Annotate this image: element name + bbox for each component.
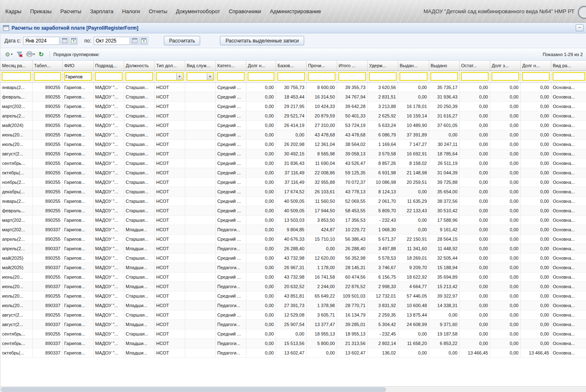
grid-row[interactable]: август(2...890255Гарипов...МАДОУ "...Ста… <box>0 149 586 158</box>
column-header-15[interactable]: Выдано <box>429 61 459 70</box>
menu-item-2[interactable]: Приказы <box>30 8 52 14</box>
grid-cell: август(2... <box>0 149 32 158</box>
column-header-16[interactable]: Остат... <box>459 61 490 70</box>
grid-row[interactable]: июнь(20...890337Гарипов...МАДОУ "...Млад… <box>0 282 586 291</box>
filter-input-col5[interactable] <box>126 73 152 80</box>
grid-row[interactable]: июль(20...890337Гарипов...МАДОУ "...Млад… <box>0 300 586 310</box>
column-header-3[interactable]: ФИО <box>62 61 93 70</box>
date-from-input[interactable] <box>23 37 59 45</box>
menu-item-8[interactable]: Справочники <box>229 8 261 14</box>
grid-row[interactable]: май(2025)890337Гарипов...МАДОУ "...Младш… <box>0 263 586 272</box>
filter-input-col12[interactable] <box>339 73 365 80</box>
grid-cell: январь(2... <box>0 82 32 92</box>
filter-input-col8[interactable] <box>218 73 244 80</box>
filter-input-col16[interactable] <box>462 73 488 80</box>
calendar-grid-button-to[interactable] <box>131 37 139 45</box>
column-header-12[interactable]: Итого ... <box>337 61 367 70</box>
grid-cell: 56 386,43 <box>337 234 367 244</box>
grid-row[interactable]: март(202...890337Гарипов...МАДОУ "...Мла… <box>0 225 586 234</box>
grid-row[interactable]: июнь(20...890255Гарипов...МАДОУ "...Стар… <box>0 272 586 282</box>
print-menu-button[interactable]: ▾ <box>25 50 36 59</box>
column-header-8[interactable]: Катего... <box>215 61 246 70</box>
filter-dropdown-button[interactable]: ▼ <box>176 73 183 80</box>
menu-item-4[interactable]: Зарплата <box>90 8 113 14</box>
grid-row[interactable]: март(202...890255Гарипов...МАДОУ "...Ста… <box>0 101 586 111</box>
grid-row[interactable]: сентябрь...890337Гарипов...МАДОУ "...Мла… <box>0 338 586 348</box>
column-header-18[interactable]: Долг н... <box>520 61 551 70</box>
filter-input-col14[interactable] <box>400 73 427 80</box>
refresh-button[interactable]: ↻ <box>38 50 45 59</box>
filter-input-col3[interactable] <box>65 73 91 80</box>
grid-row[interactable]: август(2...890255Гарипов...МАДОУ "...Ста… <box>0 310 586 319</box>
column-header-9[interactable]: Долг н... <box>246 61 276 70</box>
calculate-selected-button[interactable]: Рассчитать выделенные записи <box>220 36 304 45</box>
calendar-picker-button-from[interactable] <box>69 37 78 45</box>
column-header-17[interactable]: Долг з... <box>490 61 520 70</box>
column-header-11[interactable]: Прочи... <box>306 61 337 70</box>
calculate-button[interactable]: Рассчитать <box>164 36 201 45</box>
filter-input-col1[interactable] <box>2 73 30 80</box>
grid-row[interactable]: март(202...890255Гарипов...МАДОУ "...Ста… <box>0 215 586 225</box>
grid-row[interactable]: сентябрь...890255Гарипов...МАДОУ "...Ста… <box>0 329 586 338</box>
grid-row[interactable]: октябрь(...890337Гарипов...МАДОУ "...Мла… <box>0 348 586 357</box>
grid-row[interactable]: январь(2...890255Гарипов...МАДОУ "...Ста… <box>0 82 586 92</box>
menu-item-9[interactable]: Администрирование <box>270 8 321 14</box>
filter-input-col6[interactable] <box>157 73 176 80</box>
filter-input-col9[interactable] <box>248 73 274 80</box>
column-header-4[interactable]: Подразд... <box>93 61 124 70</box>
column-header-7[interactable]: Вид служ... <box>185 61 215 70</box>
calendar-grid-button-from[interactable] <box>60 37 69 45</box>
grid-cell: Гарипов... <box>62 319 93 329</box>
filter-input-col17[interactable] <box>492 73 518 80</box>
menu-item-3[interactable]: Расчеты <box>60 8 81 14</box>
grid-row[interactable]: май(2024)890255Гарипов...МАДОУ "...Старш… <box>0 120 586 130</box>
column-header-13[interactable]: Удерж... <box>367 61 398 70</box>
grid-row[interactable]: июль(20...890255Гарипов...МАДОУ "...Стар… <box>0 291 586 300</box>
column-header-1[interactable]: Месяц ра... <box>0 61 32 70</box>
menu-item-7[interactable]: Документооборот <box>176 8 220 14</box>
minimize-button[interactable]: − <box>576 24 584 31</box>
scrollbar-thumb[interactable] <box>1 387 386 392</box>
horizontal-scrollbar[interactable] <box>0 386 586 392</box>
filter-input-col15[interactable] <box>431 73 457 80</box>
column-header-14[interactable]: Выдан... <box>398 61 429 70</box>
filter-input-col7[interactable] <box>187 73 207 80</box>
column-header-2[interactable]: Табел... <box>32 61 62 70</box>
grid-row[interactable]: октябрь(...890255Гарипов...МАДОУ "...Ста… <box>0 168 586 177</box>
grid-row[interactable]: май(2025)890255Гарипов...МАДОУ "...Старш… <box>0 253 586 263</box>
filter-dropdown-button[interactable]: ▼ <box>207 73 213 80</box>
grid-row[interactable]: июнь(20...890255Гарипов...МАДОУ "...Стар… <box>0 130 586 139</box>
filter-input-col4[interactable] <box>96 73 122 80</box>
grid-cell: май(2025) <box>0 263 32 272</box>
column-header-5[interactable]: Должность <box>124 61 154 70</box>
date-to-input[interactable] <box>94 37 130 45</box>
grid-row[interactable]: июль(20...890255Гарипов...МАДОУ "...Стар… <box>0 139 586 149</box>
grid-cell: Гарипов... <box>62 244 93 253</box>
grid-cell <box>185 168 215 177</box>
grid-row[interactable]: декабрь(...890255Гарипов...МАДОУ "...Ста… <box>0 187 586 196</box>
grid-row[interactable]: январь(2...890255Гарипов...МАДОУ "...Ста… <box>0 196 586 206</box>
menu-item-5[interactable]: Налоги <box>122 8 140 14</box>
calendar-picker-button-to[interactable] <box>140 37 148 45</box>
filter-input-col18[interactable] <box>523 73 549 80</box>
column-header-10[interactable]: Базов... <box>276 61 306 70</box>
grid-row[interactable]: апрель(2...890337Гарипов...МАДОУ "...Мла… <box>0 244 586 253</box>
grid-row[interactable]: ноябрь(2...890255Гарипов...МАДОУ "...Ста… <box>0 177 586 187</box>
filter-input-col11[interactable] <box>309 73 335 80</box>
grid-row[interactable]: апрель(2...890255Гарипов...МАДОУ "...Ста… <box>0 234 586 244</box>
filter-input-col13[interactable] <box>370 73 396 80</box>
grid-row[interactable]: февраль...890255Гарипов...МАДОУ "...Стар… <box>0 92 586 101</box>
column-header-6[interactable]: Тип дол... <box>154 61 185 70</box>
menu-item-6[interactable]: Отчеты <box>149 8 167 14</box>
menu-item-1[interactable]: Кадры <box>5 8 21 14</box>
grid-row[interactable]: апрель(2...890255Гарипов...МАДОУ "...Ста… <box>0 111 586 120</box>
settings-menu-button[interactable]: ⚙ ▾ <box>4 50 14 59</box>
filter-input-col10[interactable] <box>278 73 304 80</box>
column-header-19[interactable]: Вид ра... <box>551 61 586 70</box>
grid-row[interactable]: сентябрь...890255Гарипов...МАДОУ "...Ста… <box>0 158 586 168</box>
filter-input-col2[interactable] <box>35 73 60 80</box>
filter-input-col19[interactable] <box>553 73 584 80</box>
grid-row[interactable]: август(2...890337Гарипов...МАДОУ "...Мла… <box>0 319 586 329</box>
clear-filter-button[interactable] <box>15 50 24 59</box>
grid-row[interactable]: февраль...890255Гарипов...МАДОУ "...Стар… <box>0 206 586 215</box>
